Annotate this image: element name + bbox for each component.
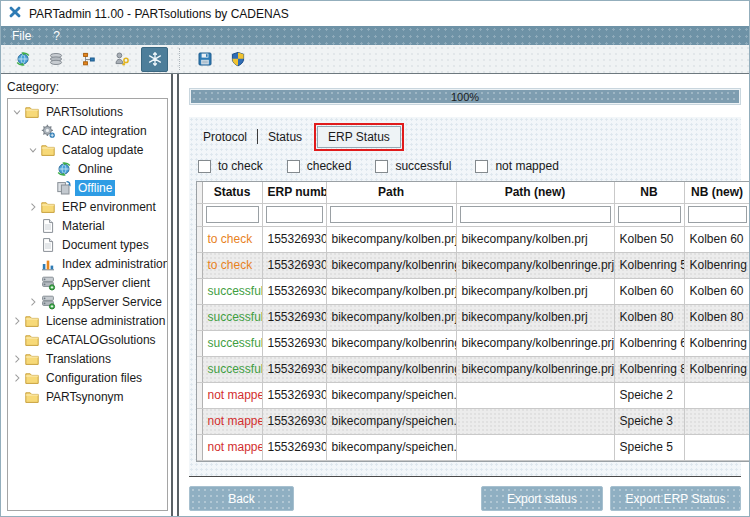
table-row[interactable]: to check1553269309.3bikecompany/kolbenri…	[197, 252, 750, 278]
tree-item-label: Offline	[75, 180, 115, 196]
index-administration-button[interactable]	[75, 47, 102, 72]
table-row[interactable]: to check1553269309.0bikecompany/kolben.p…	[197, 226, 750, 252]
tree-item-license-administration[interactable]: License administration	[8, 311, 167, 330]
checkbox-icon[interactable]	[287, 160, 300, 173]
tree-item-label: PARTsynonym	[43, 389, 127, 405]
column-header-path[interactable]: Path	[326, 182, 456, 203]
column-filter-input-nb-new-[interactable]	[688, 206, 747, 223]
filter-not-mapped[interactable]: not mapped	[475, 159, 558, 173]
filter-cell	[614, 203, 684, 226]
column-filter-input-status[interactable]	[206, 206, 259, 223]
filter-checked[interactable]: checked	[287, 159, 352, 173]
export-erp-status-button[interactable]: Export ERP Status	[610, 486, 741, 511]
erp-status-table: StatusERP numberPathPath (new)NBNB (new)…	[197, 182, 750, 461]
menu-item-[interactable]: ?	[42, 26, 71, 45]
tree-item-material[interactable]: Material	[8, 216, 167, 235]
column-header-path-new-[interactable]: Path (new)	[456, 182, 614, 203]
table-cell: 1553269309.6	[262, 382, 326, 408]
tree-item-erp-environment[interactable]: ERP environment	[8, 197, 167, 216]
column-filter-input-erp-number[interactable]	[266, 206, 323, 223]
tree-item-document-types[interactable]: Document types	[8, 235, 167, 254]
window-title: PARTadmin 11.00 - PARTsolutions by CADEN…	[29, 7, 289, 21]
table-row[interactable]: successful1553269309.4bikecompany/kolben…	[197, 330, 750, 356]
column-filter-input-path-new-[interactable]	[460, 206, 611, 223]
export-status-button[interactable]: Export status	[481, 486, 603, 511]
filter-to-check[interactable]: to check	[198, 159, 263, 173]
tree-item-label: Translations	[43, 351, 114, 367]
tree-item-appserver-client[interactable]: AppServer client	[8, 273, 167, 292]
expander-closed-icon[interactable]	[10, 353, 24, 365]
tree-item-translations[interactable]: Translations	[8, 349, 167, 368]
column-header-nb[interactable]: NB	[614, 182, 684, 203]
tree-item-label: Material	[59, 218, 108, 234]
expander-closed-icon[interactable]	[26, 296, 40, 308]
checkbox-icon[interactable]	[198, 160, 211, 173]
catalog-update-button[interactable]	[9, 47, 36, 72]
expander-closed-icon[interactable]	[10, 315, 24, 327]
tab-strip: ProtocolStatusERP Status	[196, 123, 734, 150]
tree-item-index-administration[interactable]: Index administration	[8, 254, 167, 273]
tab-divider	[257, 129, 258, 144]
status-cell: not mapped	[202, 408, 262, 434]
toolbar	[1, 45, 749, 74]
table-cell: bikecompany/kolbenringe.prj	[326, 252, 456, 278]
table-row[interactable]: not mapped1553269309.6bikecompany/speich…	[197, 382, 750, 408]
admin-elevation-button[interactable]	[224, 47, 251, 72]
tree-item-partsolutions[interactable]: PARTsolutions	[8, 102, 167, 121]
expander-open-icon[interactable]	[26, 144, 40, 156]
expander-open-icon[interactable]	[10, 106, 24, 118]
table-cell: Kolbenring 60	[684, 252, 750, 278]
tree-item-ecatalogsolutions[interactable]: eCATALOGsolutions	[8, 330, 167, 349]
server-icon	[40, 294, 56, 310]
table-cell: bikecompany/kolben.prj	[456, 304, 614, 330]
tree-item-appserver-service[interactable]: AppServer Service	[8, 292, 167, 311]
table-row[interactable]: not mapped1553269309.7bikecompany/speich…	[197, 408, 750, 434]
tab-erp-status[interactable]: ERP Status	[317, 126, 401, 148]
table-row[interactable]: successful1553269309.1bikecompany/kolben…	[197, 278, 750, 304]
tree-item-cad-integration[interactable]: CAD integration	[8, 121, 167, 140]
column-header-erp-number[interactable]: ERP number	[262, 182, 326, 203]
offline-catalogs-button[interactable]	[42, 47, 69, 72]
column-header-status[interactable]: Status	[202, 182, 262, 203]
expander-closed-icon[interactable]	[10, 372, 24, 384]
back-button[interactable]: Back	[189, 486, 294, 511]
status-filter-row: to checkcheckedsuccessfulnot mapped	[198, 158, 734, 174]
column-filter-input-path[interactable]	[330, 206, 453, 223]
filter-cell	[202, 203, 262, 226]
gear-icon	[40, 123, 56, 139]
checkbox-icon[interactable]	[475, 160, 488, 173]
sheets-sync-icon	[56, 180, 72, 196]
folder-icon	[40, 142, 56, 158]
filter-successful[interactable]: successful	[375, 159, 451, 173]
table-row[interactable]: successful1553269309.2bikecompany/kolben…	[197, 304, 750, 330]
expander-closed-icon[interactable]	[26, 201, 40, 213]
table-cell: 1553269309.4	[262, 330, 326, 356]
table-row[interactable]: not mapped1553269309.8bikecompany/speich…	[197, 434, 750, 460]
globe-sync-icon	[56, 161, 72, 177]
tree-item-partsynonym[interactable]: PARTsynonym	[8, 387, 167, 406]
column-filter-input-nb[interactable]	[618, 206, 681, 223]
offline-update-button[interactable]	[141, 47, 168, 72]
table-cell: 1553269309.2	[262, 304, 326, 330]
menu-bar: File?	[1, 26, 749, 45]
tree-item-catalog-update[interactable]: Catalog update	[8, 140, 167, 159]
table-cell: 1553269309.3	[262, 252, 326, 278]
tab-status[interactable]: Status	[261, 127, 309, 147]
panel-splitter[interactable]	[171, 74, 179, 516]
save-button[interactable]	[191, 47, 218, 72]
checkbox-icon[interactable]	[375, 160, 388, 173]
tree-item-offline[interactable]: Offline	[8, 178, 167, 197]
table-cell: Kolbenring 80	[614, 356, 684, 382]
key-user-icon	[114, 51, 130, 67]
table-cell: bikecompany/speichen.prj	[326, 408, 456, 434]
menu-item-file[interactable]: File	[1, 26, 42, 45]
table-cell: Speiche 2	[614, 382, 684, 408]
license-key-button[interactable]	[108, 47, 135, 72]
tree-item-label: Online	[75, 161, 116, 177]
tree-item-online[interactable]: Online	[8, 159, 167, 178]
filter-label: to check	[218, 159, 263, 173]
tree-item-configuration-files[interactable]: Configuration files	[8, 368, 167, 387]
column-header-nb-new-[interactable]: NB (new)	[684, 182, 750, 203]
tab-protocol[interactable]: Protocol	[196, 127, 254, 147]
table-row[interactable]: successful1553269309.5bikecompany/kolben…	[197, 356, 750, 382]
